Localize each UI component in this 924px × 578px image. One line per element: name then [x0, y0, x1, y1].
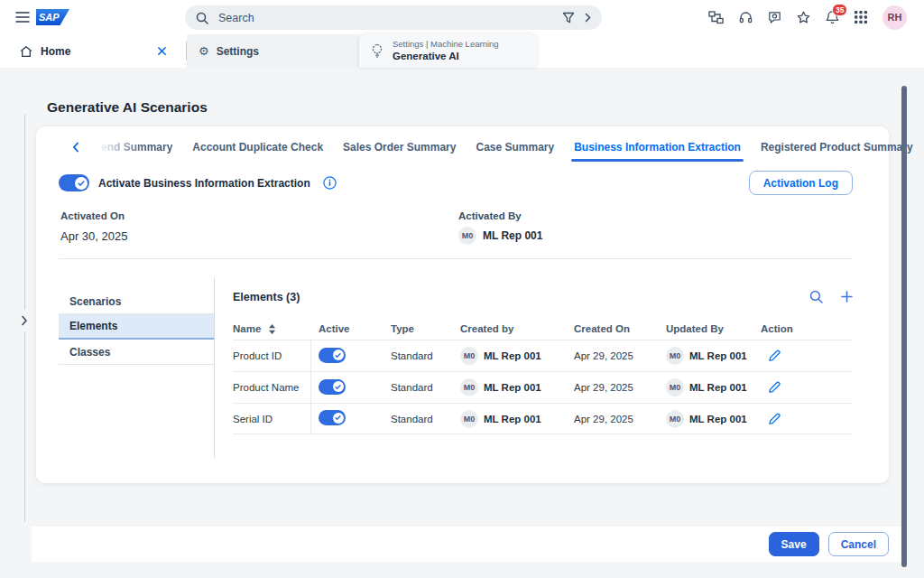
- page-title: Generative AI Scenarios: [47, 99, 208, 116]
- shell-tab-strip: Home ⚙ Settings Settings | Machine Learn…: [0, 34, 924, 68]
- edit-pencil-icon[interactable]: [768, 350, 781, 362]
- org-structure-icon[interactable]: [708, 11, 724, 24]
- element-type: Standard: [391, 414, 460, 424]
- row-active-toggle[interactable]: [319, 410, 346, 425]
- activated-by-value: ML Rep 001: [483, 229, 542, 242]
- activate-scenario-toggle[interactable]: [59, 174, 89, 191]
- column-header-active[interactable]: Active: [319, 323, 391, 334]
- sidebar-item-elements[interactable]: Elements: [59, 314, 214, 340]
- column-header-created-on[interactable]: Created On: [574, 323, 666, 334]
- elements-table: Name Active Type Created by Created On U…: [233, 318, 853, 434]
- updated-by-name: ML Rep 001: [689, 382, 747, 393]
- headset-support-icon[interactable]: [739, 11, 753, 24]
- avatar: M0: [666, 378, 684, 396]
- element-name: Product Name: [233, 372, 311, 403]
- table-search-icon[interactable]: [809, 290, 823, 303]
- activation-log-button[interactable]: Activation Log: [749, 171, 853, 195]
- info-icon[interactable]: [323, 176, 337, 190]
- table-row: Serial ID Standard M0ML Rep 001 Apr 29, …: [233, 403, 853, 434]
- tab-home[interactable]: Home: [0, 34, 185, 68]
- search-icon: [196, 12, 208, 24]
- avatar: M0: [666, 347, 684, 365]
- top-bar: SAP 35 RH: [0, 0, 924, 34]
- home-icon: [20, 45, 32, 58]
- scenario-tab-registered-product-summary[interactable]: Registered Product Summary: [761, 141, 913, 154]
- sidebar-item-scenarios[interactable]: Scenarios: [59, 289, 214, 314]
- activation-details: Activated On Apr 30, 2025 Activated By M…: [60, 210, 853, 245]
- save-button[interactable]: Save: [769, 532, 819, 556]
- side-panel-expand-chevron-icon[interactable]: [16, 310, 32, 331]
- column-header-type[interactable]: Type: [391, 323, 460, 334]
- app-launcher-grid-icon[interactable]: [855, 11, 867, 23]
- feedback-chat-icon[interactable]: [768, 11, 781, 24]
- sap-logo: SAP: [36, 9, 69, 28]
- activated-on-label: Activated On: [60, 210, 458, 221]
- avatar: M0: [460, 347, 478, 365]
- avatar: M0: [666, 410, 684, 428]
- cancel-button[interactable]: Cancel: [828, 532, 889, 556]
- scenario-tab-strip: end Summary Account Duplicate Check Sale…: [36, 126, 889, 154]
- table-row: Product Name Standard M0ML Rep 001 Apr 2…: [233, 371, 853, 403]
- element-name: Product ID: [233, 340, 311, 371]
- created-on-date: Apr 29, 2025: [574, 382, 666, 393]
- tab-home-label: Home: [41, 45, 70, 58]
- global-search: [185, 5, 602, 30]
- edit-pencil-icon[interactable]: [768, 381, 781, 394]
- scenario-tab-trend-summary[interactable]: end Summary: [101, 141, 172, 154]
- scenario-tab-business-information-extraction[interactable]: Business Information Extraction: [574, 141, 741, 154]
- row-active-toggle[interactable]: [319, 348, 346, 363]
- elements-pane: Elements (3) Name: [215, 259, 889, 458]
- user-avatar[interactable]: RH: [882, 5, 907, 30]
- table-row: Product ID Standard M0ML Rep 001 Apr 29,…: [233, 340, 853, 371]
- menu-hamburger-icon[interactable]: [15, 11, 30, 26]
- filter-icon[interactable]: [562, 12, 575, 24]
- scenario-card: end Summary Account Duplicate Check Sale…: [36, 126, 889, 483]
- scenario-tab-sales-order-summary[interactable]: Sales Order Summary: [343, 141, 456, 154]
- column-header-name[interactable]: Name: [233, 323, 319, 334]
- search-input[interactable]: [217, 11, 554, 25]
- tabs-scroll-left-chevron-icon[interactable]: [70, 142, 81, 153]
- lightbulb-icon: [371, 43, 383, 59]
- favorites-star-icon[interactable]: [797, 11, 810, 24]
- element-type: Standard: [391, 382, 460, 393]
- column-header-created-by[interactable]: Created by: [460, 323, 574, 334]
- created-on-date: Apr 29, 2025: [574, 350, 666, 361]
- add-element-plus-icon[interactable]: [841, 291, 853, 303]
- elements-count-title: Elements (3): [233, 291, 300, 303]
- created-by-name: ML Rep 001: [484, 350, 541, 361]
- settings-side-nav: Scenarios Elements Classes: [59, 289, 214, 458]
- notifications-bell-icon[interactable]: 35: [826, 10, 839, 24]
- row-active-toggle[interactable]: [319, 379, 346, 395]
- activated-by-label: Activated By: [458, 210, 542, 221]
- table-header-row: Name Active Type Created by Created On U…: [233, 318, 853, 340]
- element-type: Standard: [391, 350, 460, 361]
- updated-by-name: ML Rep 001: [689, 350, 747, 361]
- avatar: M0: [460, 410, 478, 428]
- avatar: M0: [458, 227, 476, 245]
- tab-settings[interactable]: ⚙ Settings: [187, 34, 359, 68]
- gear-icon: ⚙: [199, 45, 209, 57]
- element-name: Serial ID: [233, 404, 311, 434]
- active-tab-title: Generative AI: [393, 50, 499, 62]
- activation-toggle-row: Activate Business Information Extraction…: [59, 171, 853, 195]
- tab-generative-ai[interactable]: Settings | Machine Learning Generative A…: [359, 34, 537, 68]
- svg-text:SAP: SAP: [39, 12, 60, 23]
- scenario-tab-account-duplicate-check[interactable]: Account Duplicate Check: [192, 141, 323, 154]
- activated-by-field: Activated By M0 ML Rep 001: [458, 210, 542, 245]
- created-by-name: ML Rep 001: [484, 382, 541, 393]
- updated-by-name: ML Rep 001: [689, 414, 747, 424]
- topbar-actions: 35 RH: [708, 0, 907, 34]
- scenario-tab-case-summary[interactable]: Case Summary: [476, 141, 554, 154]
- edit-pencil-icon[interactable]: [768, 413, 781, 425]
- sort-icon: [268, 324, 276, 334]
- sidebar-item-classes[interactable]: Classes: [59, 340, 214, 365]
- search-expand-chevron-icon[interactable]: [585, 13, 591, 23]
- column-header-updated-by[interactable]: Updated By: [666, 323, 761, 334]
- close-home-tab-icon[interactable]: [155, 44, 169, 58]
- active-tab-breadcrumb: Settings | Machine Learning: [393, 39, 499, 50]
- avatar: M0: [460, 378, 478, 396]
- activated-on-value: Apr 30, 2025: [60, 229, 458, 243]
- created-on-date: Apr 29, 2025: [574, 414, 666, 424]
- vertical-scrollbar[interactable]: [901, 86, 907, 567]
- footer-action-bar: Save Cancel: [32, 527, 907, 562]
